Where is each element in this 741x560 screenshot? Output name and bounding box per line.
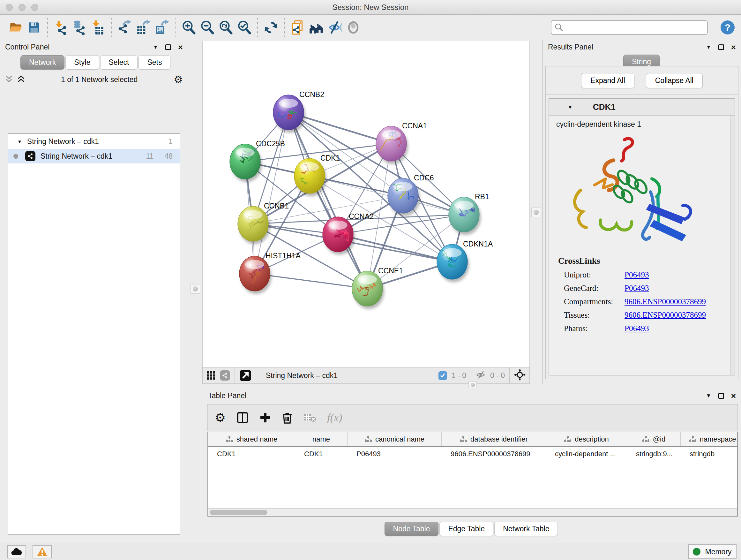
network-node-CCNB1[interactable] (238, 206, 270, 244)
network-node-CDK1[interactable] (294, 159, 327, 196)
import-network-database-icon[interactable] (70, 17, 89, 38)
function-builder-icon[interactable]: f(x) (327, 412, 342, 424)
table-cell[interactable]: CDK1 (295, 450, 347, 458)
left-splitter[interactable] (188, 40, 202, 543)
panel-float-icon[interactable] (718, 393, 724, 399)
column-header-name[interactable]: name (295, 432, 347, 446)
expand-all-button[interactable]: Expand All (581, 73, 634, 88)
network-collection-row[interactable]: ▼ String Network – cdk1 1 (8, 134, 180, 149)
memory-button[interactable]: Memory (688, 544, 737, 559)
table-options-gear-icon[interactable]: ⚙ (215, 413, 226, 423)
collapse-all-icon[interactable] (5, 75, 13, 84)
panel-float-icon[interactable] (165, 44, 171, 50)
delete-table-icon[interactable] (304, 412, 316, 423)
crosslink-link[interactable]: P06493 (624, 270, 649, 279)
network-view-canvas[interactable]: CCNB2CCNA1CDC25BCDK1CDC6RB1CCNB1CCNA2CDK… (202, 41, 530, 367)
show-columns-icon[interactable] (237, 412, 249, 424)
open-session-icon[interactable] (6, 17, 25, 38)
network-node-CDC6[interactable] (388, 178, 420, 216)
table-cell[interactable]: P06493 (347, 450, 442, 458)
column-header-namespace[interactable]: namespace (681, 432, 738, 446)
import-table-icon[interactable] (89, 17, 107, 38)
tab-network-table[interactable]: Network Table (494, 522, 558, 536)
crosslink-link[interactable]: P06493 (624, 324, 649, 333)
node-details-header[interactable]: ▼ CDK1 (549, 99, 735, 116)
table-cell[interactable]: cyclin-dependent ... (546, 450, 627, 458)
column-header-@id[interactable]: @id (627, 432, 681, 446)
show-all-icon[interactable] (344, 17, 362, 38)
save-session-icon[interactable] (25, 17, 44, 38)
network-node-RB1[interactable] (449, 197, 481, 235)
fit-content-crosshair-icon[interactable] (514, 369, 526, 382)
column-header-canonical-name[interactable]: canonical name (347, 432, 442, 446)
entry-collapse-icon[interactable]: ▼ (568, 105, 572, 110)
hidden-eye-icon[interactable] (475, 370, 486, 381)
scrollbar-thumb[interactable] (210, 510, 267, 515)
tab-sets[interactable]: Sets (138, 55, 171, 70)
zoom-out-icon[interactable] (198, 17, 216, 38)
network-row[interactable]: String Network – cdk1 11 48 (8, 149, 180, 164)
zoom-selected-icon[interactable] (235, 17, 253, 38)
tab-style[interactable]: Style (65, 55, 99, 70)
zoom-fit-icon[interactable] (216, 17, 235, 38)
network-node-CCNB2[interactable] (273, 95, 306, 133)
right-splitter-handle[interactable] (531, 207, 541, 217)
panel-menu-icon[interactable]: ▼ (153, 44, 158, 51)
panel-close-icon[interactable]: × (178, 44, 183, 50)
network-node-CDKN1A[interactable] (437, 244, 469, 282)
left-splitter-handle[interactable] (191, 284, 200, 294)
network-node-CDC25B[interactable] (230, 144, 262, 182)
collapse-all-button[interactable]: Collapse All (646, 73, 703, 88)
column-header-shared-name[interactable]: shared name (208, 432, 295, 446)
panel-menu-icon[interactable]: ▼ (706, 44, 711, 51)
network-edge[interactable] (255, 112, 288, 273)
help-icon[interactable]: ? (721, 20, 735, 35)
tab-network[interactable]: Network (20, 55, 64, 70)
network-view-string-icon[interactable] (220, 370, 230, 381)
warnings-button[interactable] (32, 545, 52, 558)
minimize-window-icon[interactable] (18, 4, 25, 11)
panel-float-icon[interactable] (718, 44, 724, 50)
detach-view-icon[interactable] (239, 369, 252, 381)
new-network-from-selection-icon[interactable] (288, 17, 307, 38)
hide-selected-icon[interactable] (326, 17, 344, 38)
table-horizontal-scrollbar[interactable] (208, 508, 737, 516)
table-cell[interactable]: stringdb:9... (627, 450, 681, 458)
zoom-in-icon[interactable] (179, 17, 198, 38)
table-splitter-handle[interactable] (468, 381, 477, 388)
cloud-status-button[interactable] (7, 545, 26, 558)
first-neighbors-icon[interactable] (307, 17, 326, 38)
export-table-icon[interactable] (134, 17, 152, 38)
maximize-window-icon[interactable] (31, 4, 38, 11)
network-node-CCNA1[interactable] (376, 126, 408, 164)
crosslink-link[interactable]: 9606.ENSP00000378699 (624, 297, 706, 306)
panel-menu-icon[interactable]: ▼ (706, 393, 711, 399)
network-node-CCNA2[interactable] (323, 217, 355, 255)
tab-select[interactable]: Select (100, 55, 138, 70)
table-row[interactable]: CDK1CDK1P064939606.ENSP00000378699cyclin… (208, 447, 737, 461)
panel-close-icon[interactable]: × (731, 393, 736, 399)
import-network-file-icon[interactable] (52, 17, 70, 38)
table-cell[interactable]: stringdb (681, 450, 738, 458)
selected-checkbox-icon[interactable] (439, 371, 447, 380)
grid-view-icon[interactable] (206, 371, 215, 380)
right-splitter[interactable] (530, 40, 542, 384)
add-column-icon[interactable] (259, 412, 271, 423)
table-cell[interactable]: CDK1 (208, 450, 295, 458)
results-scrollbar[interactable] (731, 116, 735, 375)
search-input[interactable] (551, 20, 708, 35)
network-node-CCNE1[interactable] (352, 271, 384, 309)
export-image-icon[interactable] (152, 17, 171, 38)
panel-close-icon[interactable]: × (731, 44, 736, 50)
network-edge[interactable] (288, 112, 367, 289)
column-header-database-identifier[interactable]: database identifier (442, 432, 546, 446)
expand-all-icon[interactable] (17, 75, 25, 84)
export-network-icon[interactable] (116, 17, 134, 38)
crosslink-link[interactable]: 9606.ENSP00000378699 (624, 311, 706, 320)
network-node-HIST1H1A[interactable] (239, 256, 272, 294)
delete-column-icon[interactable] (282, 412, 293, 424)
column-header-description[interactable]: description (546, 432, 627, 446)
refresh-layout-icon[interactable] (262, 17, 280, 38)
collection-expand-icon[interactable]: ▼ (17, 139, 22, 144)
tab-edge-table[interactable]: Edge Table (440, 522, 493, 536)
